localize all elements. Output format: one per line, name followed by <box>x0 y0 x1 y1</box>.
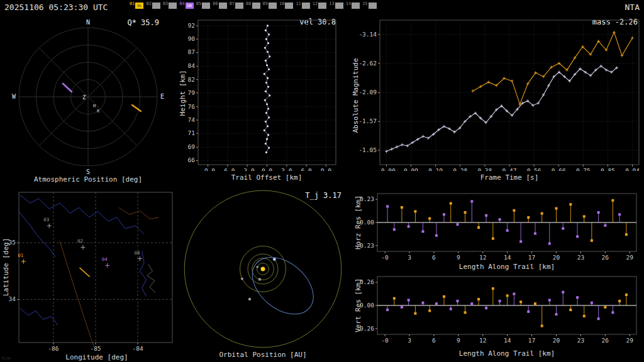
station-indicator-14[interactable]: 14 <box>346 1 360 9</box>
station-indicator-13[interactable]: 13 <box>329 1 343 9</box>
svg-text:74: 74 <box>188 116 196 123</box>
nta-meteor-dashboard: 20251106 05:23:30 UTC 01DL020304DN050607… <box>0 0 644 362</box>
svg-text:0.75: 0.75 <box>576 167 591 171</box>
station-indicator-05[interactable]: 05 <box>196 1 210 9</box>
svg-text:69: 69 <box>188 143 196 150</box>
svg-text:79: 79 <box>188 89 196 96</box>
svg-text:0.56: 0.56 <box>527 167 541 171</box>
station-status-box: DL <box>135 3 143 9</box>
svg-text:92: 92 <box>188 22 195 29</box>
station-id-label: 07 <box>230 1 235 9</box>
svg-text:-2.62: -2.62 <box>358 60 377 67</box>
station-status-box <box>235 3 243 9</box>
station-indicator-11[interactable]: 11 <box>296 1 309 9</box>
svg-text:14: 14 <box>504 254 511 261</box>
svg-text:N: N <box>86 19 90 26</box>
station-indicator-15[interactable]: 15 <box>362 1 376 9</box>
svg-text:Z: Z <box>82 94 86 101</box>
svg-text:03: 03 <box>43 217 49 222</box>
svg-text:23: 23 <box>577 337 584 344</box>
station-indicator-10[interactable]: 10 <box>279 1 293 9</box>
svg-text:3.0: 3.0 <box>281 167 292 171</box>
station-indicator-07[interactable]: 07 <box>230 1 243 9</box>
ground-map-plot: -86-85-8435340102030408 <box>0 189 176 351</box>
svg-text:0.09: 0.09 <box>404 167 418 171</box>
svg-text:E: E <box>160 93 164 100</box>
station-status-box <box>318 3 326 9</box>
watermark-text: fylm <box>1 356 10 360</box>
svg-text:3: 3 <box>408 254 411 261</box>
svg-text:0.26: 0.26 <box>360 278 374 285</box>
svg-text:12: 12 <box>479 254 486 261</box>
svg-text:14: 14 <box>504 337 511 344</box>
svg-text:W: W <box>12 93 16 100</box>
svg-text:20: 20 <box>553 254 560 261</box>
svg-text:29: 29 <box>626 254 634 261</box>
svg-text:0.94: 0.94 <box>625 167 640 171</box>
svg-text:-0.26: -0.26 <box>356 325 374 332</box>
station-id-label: 04 <box>179 1 184 9</box>
length-along-trail-label: Length Along Trail [km] <box>438 349 576 358</box>
station-id-label: 14 <box>346 1 351 9</box>
station-indicator-12[interactable]: 12 <box>313 1 326 9</box>
svg-text:9: 9 <box>457 337 460 344</box>
utc-timestamp: 20251106 05:23:30 UTC <box>4 3 108 12</box>
orbital-axis-label: Orbital Position [AU] <box>194 351 332 359</box>
svg-text:34: 34 <box>9 295 16 302</box>
station-id-label: 15 <box>362 1 367 9</box>
svg-text:-3.0: -3.0 <box>240 167 255 171</box>
station-indicator-02[interactable]: 02 <box>146 1 160 9</box>
svg-text:76: 76 <box>188 103 196 110</box>
svg-text:90: 90 <box>188 35 196 42</box>
svg-text:-86: -86 <box>48 345 58 351</box>
station-id-label: 11 <box>296 1 301 9</box>
svg-text:-0.00: -0.00 <box>377 167 396 171</box>
station-id-label: 13 <box>329 1 334 9</box>
svg-text:-0: -0 <box>381 337 389 344</box>
svg-text:6: 6 <box>432 337 436 344</box>
svg-text:0.00: 0.00 <box>360 219 374 226</box>
svg-text:71: 71 <box>188 129 196 136</box>
svg-text:0.38: 0.38 <box>477 167 492 171</box>
svg-text:66: 66 <box>188 156 196 163</box>
svg-text:17: 17 <box>528 337 535 344</box>
svg-text:29: 29 <box>626 337 634 344</box>
height-profile-plot: -9.0-6.0-3.00.03.06.09.09290878482797674… <box>177 14 348 171</box>
station-id-label: 03 <box>163 1 168 9</box>
light-curve-plot: -0.000.090.190.280.380.470.560.660.750.8… <box>350 14 644 171</box>
svg-text:17: 17 <box>528 254 535 261</box>
station-id-label: 01 <box>130 1 135 9</box>
station-status-box <box>335 3 343 9</box>
station-id-label: 08 <box>246 1 251 9</box>
station-status-box <box>169 3 177 9</box>
station-indicator-03[interactable]: 03 <box>163 1 177 9</box>
svg-text:01: 01 <box>18 253 23 258</box>
station-status-box <box>202 3 210 9</box>
svg-text:02: 02 <box>77 238 83 244</box>
station-indicator-06[interactable]: 06 <box>213 1 226 9</box>
svg-text:-1.57: -1.57 <box>358 118 377 124</box>
svg-text:0.0: 0.0 <box>262 167 272 171</box>
station-status-box <box>269 3 277 9</box>
svg-text:-85: -85 <box>90 345 101 351</box>
station-indicator-08[interactable]: 08 <box>246 1 260 9</box>
station-indicator-09[interactable]: 09 <box>263 1 277 9</box>
svg-text:6: 6 <box>432 254 436 261</box>
svg-text:23: 23 <box>577 254 584 261</box>
svg-text:3: 3 <box>408 337 411 344</box>
station-id-label: 06 <box>213 1 218 9</box>
station-status-row: 01DL020304DN0506070809101112131415 <box>130 1 379 9</box>
svg-text:9: 9 <box>457 254 460 261</box>
station-id-label: 10 <box>279 1 284 9</box>
station-status-box <box>219 3 227 9</box>
svg-text:6.0: 6.0 <box>301 167 311 171</box>
station-indicator-01[interactable]: 01DL <box>130 1 143 9</box>
longitude-axis-label: Longitude [deg] <box>20 353 174 361</box>
svg-text:08: 08 <box>134 250 140 256</box>
height-x-axis-label: Trail Offset [km] <box>197 173 336 182</box>
station-status-box <box>302 3 310 9</box>
magnitude-x-axis-label: Frame Time [s] <box>440 173 579 182</box>
station-status-box: DN <box>186 3 194 9</box>
svg-text:-0.23: -0.23 <box>356 242 374 249</box>
station-indicator-04[interactable]: 04DN <box>179 1 193 9</box>
